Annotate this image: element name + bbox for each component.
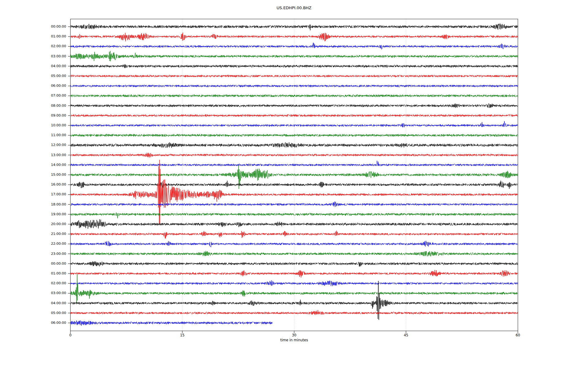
trace-row-14 <box>70 161 518 166</box>
y-axis-label: 14:00:00 <box>39 163 66 167</box>
y-axis-label: 03:00:00 <box>39 55 66 58</box>
y-axis-label: 04:00:00 <box>39 64 66 68</box>
trace-row-23 <box>70 251 518 256</box>
y-axis-label: 00:00:00 <box>39 262 66 266</box>
trace-row-30 <box>70 320 272 326</box>
helicorder-plot <box>0 0 588 368</box>
y-axis-label: 02:00:00 <box>39 44 66 48</box>
y-axis-label: 21:00:00 <box>39 232 66 236</box>
y-axis-label: 05:00:00 <box>39 74 66 78</box>
y-axis-label: 04:00:00 <box>39 301 66 305</box>
trace-row-1 <box>70 33 518 41</box>
y-axis-label: 00:00:00 <box>39 25 66 29</box>
x-tick-label: 60 <box>516 333 520 337</box>
y-axis-label: 05:00:00 <box>39 311 66 315</box>
x-tick-label: 30 <box>292 333 296 337</box>
y-axis-label: 11:00:00 <box>39 133 66 137</box>
y-axis-label: 01:00:00 <box>39 35 66 38</box>
trace-row-2 <box>70 43 518 49</box>
y-axis-label: 12:00:00 <box>39 143 66 147</box>
y-axis-label: 06:00:00 <box>39 84 66 88</box>
y-axis-label: 03:00:00 <box>39 291 66 295</box>
trace-row-22 <box>70 241 518 247</box>
y-axis-label: 16:00:00 <box>39 183 66 186</box>
y-axis-label: 17:00:00 <box>39 193 66 196</box>
x-axis-ticks: 0 15 30 45 60 <box>70 333 518 338</box>
trace-row-5 <box>70 75 518 77</box>
y-axis-label: 02:00:00 <box>39 282 66 285</box>
y-axis-label: 10:00:00 <box>39 124 66 127</box>
x-tick-label: 0 <box>69 333 71 337</box>
trace-row-9 <box>70 114 518 117</box>
trace-row-18 <box>70 201 518 207</box>
y-axis-label: 06:00:00 <box>39 321 66 325</box>
y-axis-label: 22:00:00 <box>39 242 66 246</box>
y-axis-label: 23:00:00 <box>39 252 66 256</box>
y-axis-label: 07:00:00 <box>39 94 66 98</box>
x-tick-label: 15 <box>180 333 185 337</box>
trace-row-25 <box>70 270 518 278</box>
y-axis-label: 09:00:00 <box>39 114 66 117</box>
x-axis-title: time in minutes <box>70 338 518 342</box>
helicorder-page: US.EDHPI.00.BHZ 00:00:0001:00:0002:00:00… <box>0 0 588 368</box>
y-axis-label: 20:00:00 <box>39 222 66 226</box>
y-axis-label: 13:00:00 <box>39 153 66 157</box>
x-tick-label: 45 <box>404 333 408 337</box>
y-axis-label: 08:00:00 <box>39 104 66 108</box>
y-axis-label: 01:00:00 <box>39 272 66 275</box>
y-axis-label: 18:00:00 <box>39 203 66 206</box>
y-axis-label: 15:00:00 <box>39 173 66 177</box>
y-axis-label: 19:00:00 <box>39 213 66 216</box>
